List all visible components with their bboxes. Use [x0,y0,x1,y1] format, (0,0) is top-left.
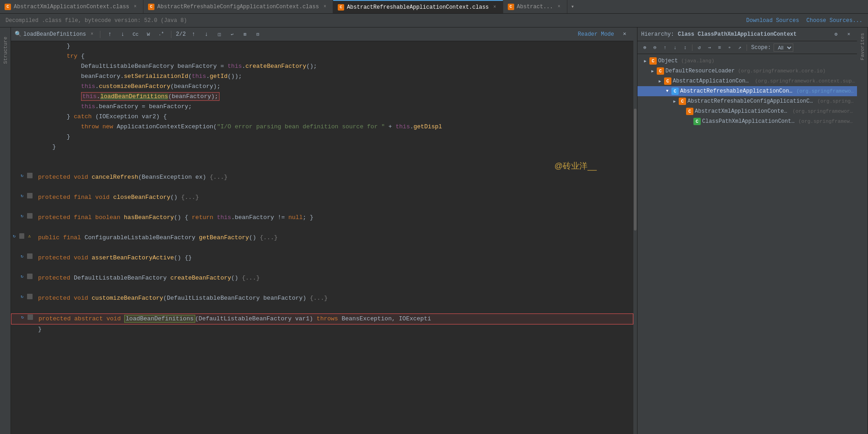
line-content: this.beanFactory = beanFactory; [36,102,633,112]
tab-close-3[interactable]: × [492,4,498,11]
line-gutter [11,51,36,58]
line-content: protected void assertBeanFactoryActive()… [36,253,633,263]
lbd-highlight: loadBeanDefinitions [124,315,195,323]
line-content: protected void cancelRefresh(BeansExcept… [36,172,633,182]
tree-arrow-arac: ▼ [665,88,670,94]
search-close[interactable]: × [89,31,95,38]
nav-back-btn[interactable]: ↑ [105,29,115,39]
tree-arrow-aac: ▶ [657,78,663,84]
export-btn[interactable]: ↗ [735,43,744,52]
preview-btn[interactable]: ⊞ [240,29,250,39]
line-gutter [11,41,36,48]
tab-overflow[interactable]: ▾ [567,0,578,13]
code-line [11,243,633,253]
main-area: Structure 🔍 loadBeanDefinitions × ↑ ↓ Cc… [0,27,868,434]
decompiled-info: Decompiled .class file, bytecode version… [5,17,187,24]
wrap-btn[interactable]: ↩ [227,29,237,39]
tab-label-3: AbstractRefreshableApplicationContext.cl… [347,4,489,11]
line-gutter: ↻ [11,172,36,179]
code-line: ↻ protected final boolean hasBeanFactory… [11,213,633,223]
code-line [11,162,633,172]
tree-arrow-axac [679,109,685,114]
tree-item-arac[interactable]: ▼ C AbstractRefreshableApplicationContex… [637,86,857,96]
tree-name-aac: AbstractApplicationContext [673,78,752,84]
in-selection-btn[interactable]: ◫ [214,29,224,39]
nav-forward-btn[interactable]: ↓ [118,29,128,39]
code-line [11,223,633,233]
tree-item-drl[interactable]: ▶ C DefaultResourceLoader (org.springfra… [637,66,857,76]
code-line: ↻ protected DefaultListableBeanFactory c… [11,273,633,283]
collapse-btn[interactable]: ⊖ [650,43,659,52]
tab-abstractxml[interactable]: C AbstractXmlApplicationContext.class × [0,0,143,13]
next-match-btn[interactable]: ↓ [201,29,211,39]
tree-icon-object: C [649,57,657,65]
tree-name-object: Object [658,58,678,64]
tree-item-aac[interactable]: ▶ C AbstractApplicationContext (org.spri… [637,76,857,86]
supertypes-btn[interactable]: ↑ [660,43,670,52]
flatten-btn[interactable]: ≡ [715,43,724,52]
line-content: protected DefaultListableBeanFactory cre… [36,273,633,283]
settings-btn[interactable]: ⚙ [831,30,841,39]
tree-arrow-arcac: ▶ [672,99,677,104]
close-panel-btn[interactable]: × [844,30,853,39]
tab-icon-2: C [148,4,154,10]
tab-close-1[interactable]: × [132,4,138,10]
code-line: } [11,132,633,142]
download-sources-link[interactable]: Download Sources [746,17,799,24]
line-content: throw new ApplicationContextException("I… [36,122,633,132]
tree-item-object[interactable]: ▶ C Object (java.lang) [637,56,857,66]
line-gutter: ↻ [11,314,37,320]
reader-mode-btn[interactable]: Reader Mode [575,30,617,38]
scope-select[interactable]: All [774,44,793,52]
tab-abstractrefreshable[interactable]: C AbstractRefreshableApplicationContext.… [333,0,503,13]
tree-item-arcac[interactable]: ▶ C AbstractRefreshableConfigApplication… [637,96,857,106]
subtypes-btn[interactable]: ↓ [670,43,680,52]
sort-btn[interactable]: ↕ [681,43,690,52]
code-line: this.customizeBeanFactory(beanFactory); [11,82,633,92]
breakpoint-icon [26,41,33,48]
expand-btn[interactable]: ⊕ [640,43,649,52]
line-gutter: ↻ ⚠ [11,233,36,239]
match-case-btn[interactable]: Cc [131,29,141,39]
code-line: ↻ ⚠ public final ConfigurableListableBea… [11,233,633,243]
tree-icon-arcac: C [679,98,686,105]
line-content: this.customizeBeanFactory(beanFactory); [36,82,633,92]
favorites-tab[interactable]: Favorites [858,29,867,64]
choose-sources-link[interactable]: Choose Sources... [807,17,863,24]
anonymous-btn[interactable]: ∘ [725,43,734,52]
line-content: beanFactory.setSerializationId(this.getI… [36,71,633,82]
tab-close-2[interactable]: × [322,4,328,10]
side-tabs: Favorites [857,27,868,434]
filter-btn[interactable]: ⊟ [253,29,263,39]
autoscroll-btn[interactable]: ⇒ [705,43,714,52]
refresh-btn[interactable]: ↺ [695,43,704,52]
match-count: 2/2 [176,31,186,38]
line-gutter: ↻ [11,192,36,199]
search-bar[interactable]: 🔍 loadBeanDefinitions [15,31,86,38]
tree-pkg-arcac: (org.spring... [817,99,855,104]
tree-item-cpxac[interactable]: C ClassPathXmlApplicationContext (org.sp… [637,116,857,126]
line-content: } [36,41,633,51]
prev-match-btn[interactable]: ↑ [188,29,198,39]
tab-abstractrefreshableconfig[interactable]: C AbstractRefreshableConfigApplicationCo… [143,0,333,13]
code-line: throw new ApplicationContextException("I… [11,122,633,132]
tree-name-axac: AbstractXmlApplicationContext [695,108,789,115]
close-toolbar-btn[interactable]: × [620,29,630,39]
tab-icon-3: C [338,4,344,11]
tab-label-1: AbstractXmlApplicationContext.class [14,4,129,10]
editor-scrollbar[interactable] [633,27,637,434]
hierarchy-tree[interactable]: ▶ C Object (java.lang) ▶ C DefaultResour… [637,54,857,434]
override-icon: ↻ [11,233,17,239]
regex-btn[interactable]: .* [156,29,166,39]
tab-close-4[interactable]: × [556,4,562,10]
code-line: ↻ protected void assertBeanFactoryActive… [11,253,633,263]
line-gutter: ↻ [11,253,36,259]
line-content: this.loadBeanDefinitions(beanFactory); [36,92,633,102]
code-editor[interactable]: @砖业洋__ } try { [11,41,633,434]
tree-item-axac[interactable]: C AbstractXmlApplicationContext (org.spr… [637,106,857,116]
line-content: protected final boolean hasBeanFactory()… [36,213,633,223]
tab-abstract4[interactable]: C Abstract... × [503,0,567,13]
code-line [11,263,633,273]
line-content: try { [36,51,633,61]
whole-word-btn[interactable]: W [143,29,154,39]
